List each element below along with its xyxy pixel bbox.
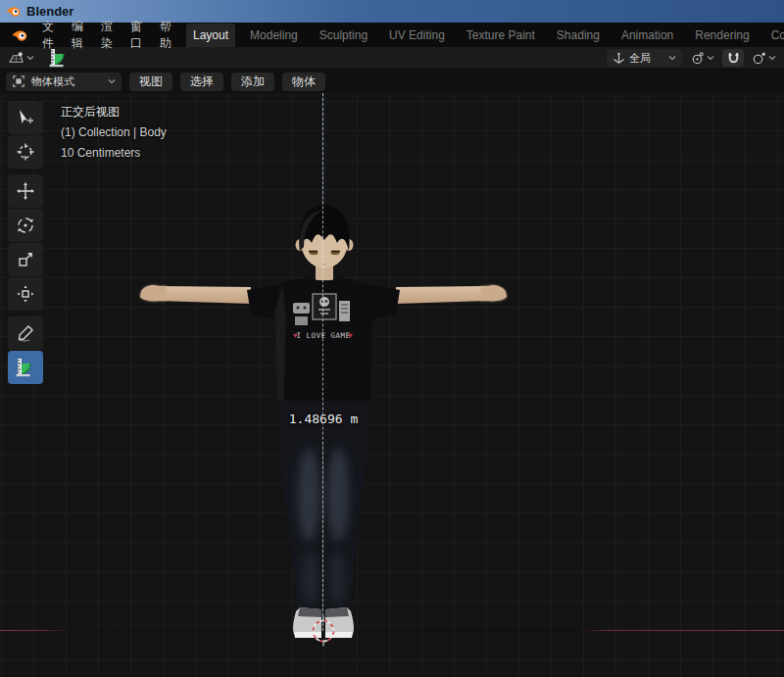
chevron-down-icon bbox=[707, 55, 714, 61]
view-name-label: 正交后视图 bbox=[61, 102, 167, 122]
tab-sculpting[interactable]: Sculpting bbox=[313, 24, 374, 47]
menu-render[interactable]: 渲染 bbox=[92, 15, 122, 56]
blender-menu-icon[interactable] bbox=[6, 27, 33, 43]
tab-animation[interactable]: Animation bbox=[614, 24, 680, 47]
measure-ruler-line[interactable] bbox=[322, 93, 323, 631]
tab-rendering[interactable]: Rendering bbox=[688, 24, 756, 47]
measure-tool-button[interactable] bbox=[8, 351, 43, 384]
move-tool-button[interactable] bbox=[8, 174, 43, 208]
character-pants bbox=[278, 401, 368, 607]
select-box-icon bbox=[16, 108, 35, 127]
snap-toggle[interactable] bbox=[722, 49, 744, 67]
menu-window[interactable]: 窗口 bbox=[122, 15, 151, 56]
blender-logo-icon bbox=[6, 4, 21, 19]
tab-layout[interactable]: Layout bbox=[186, 24, 235, 47]
rotate-icon bbox=[16, 216, 35, 235]
mode-dropdown[interactable]: 物体模式 bbox=[6, 73, 122, 91]
object-mode-icon bbox=[12, 74, 25, 88]
tab-uv-editing[interactable]: UV Editing bbox=[382, 24, 452, 47]
chevron-down-icon bbox=[668, 55, 676, 61]
shirt-heart-right: ♥ bbox=[348, 331, 353, 340]
top-menubar: 文件 编辑 渲染 窗口 帮助 Layout Modeling Sculpting… bbox=[0, 23, 784, 47]
character-model[interactable]: ♥ I LOVE GAME ♥ bbox=[127, 196, 519, 656]
tab-compositing[interactable]: Compositing bbox=[764, 24, 784, 47]
orientation-axes-icon bbox=[612, 52, 625, 65]
move-icon bbox=[16, 181, 35, 201]
mode-label: 物体模式 bbox=[31, 74, 102, 89]
transform-tool-button[interactable] bbox=[8, 277, 43, 311]
shirt-text: I LOVE GAME bbox=[296, 331, 350, 340]
collection-object-label: (1) Collection | Body bbox=[61, 122, 167, 143]
annotate-tool-button[interactable] bbox=[8, 316, 43, 350]
viewport-3d[interactable]: ♥ I LOVE GAME ♥ bbox=[0, 93, 784, 677]
tab-modeling[interactable]: Modeling bbox=[243, 24, 305, 47]
menu-help[interactable]: 帮助 bbox=[151, 15, 180, 56]
rotate-tool-button[interactable] bbox=[8, 209, 43, 242]
annotate-pen-icon bbox=[16, 323, 35, 343]
snap-magnet-icon bbox=[727, 51, 740, 65]
blender-window: Blender 文件 编辑 渲染 窗口 帮助 Layout Modeling S… bbox=[0, 0, 784, 677]
measure-tool-icon bbox=[15, 358, 36, 377]
viewport-header: 物体模式 视图 选择 添加 物体 bbox=[0, 70, 784, 93]
scale-icon bbox=[16, 250, 35, 269]
grid-scale-label: 10 Centimeters bbox=[61, 143, 167, 164]
menu-add[interactable]: 添加 bbox=[231, 73, 274, 91]
workspace-tabs: Layout Modeling Sculpting UV Editing Tex… bbox=[186, 23, 784, 47]
active-tool-measure-icon[interactable] bbox=[48, 48, 70, 68]
viewport-overlay-text: 正交后视图 (1) Collection | Body 10 Centimete… bbox=[61, 102, 167, 164]
transform-orientation-dropdown[interactable]: 全局 bbox=[607, 49, 682, 67]
3d-cursor bbox=[306, 613, 341, 649]
orientation-label: 全局 bbox=[629, 51, 651, 66]
character-head bbox=[296, 205, 354, 268]
cursor-icon bbox=[16, 142, 35, 162]
chevron-down-icon bbox=[768, 55, 776, 61]
measure-value: 1.48696 m bbox=[259, 411, 388, 426]
menu-select[interactable]: 选择 bbox=[180, 73, 223, 91]
viewport-toolbar bbox=[8, 101, 43, 385]
transform-icon bbox=[16, 284, 35, 304]
editor-type-dropdown[interactable] bbox=[8, 51, 34, 66]
chevron-down-icon bbox=[26, 55, 34, 61]
tab-shading[interactable]: Shading bbox=[550, 24, 607, 47]
select-box-tool-button[interactable] bbox=[8, 101, 43, 134]
tab-texture-paint[interactable]: Texture Paint bbox=[460, 24, 542, 47]
3d-viewport-editor-icon bbox=[8, 51, 24, 66]
scale-tool-button[interactable] bbox=[8, 243, 43, 276]
pivot-point-dropdown[interactable] bbox=[690, 51, 714, 66]
menu-view[interactable]: 视图 bbox=[129, 73, 172, 91]
cursor-tool-button[interactable] bbox=[8, 135, 43, 169]
proportional-editing-dropdown[interactable] bbox=[752, 51, 776, 66]
pivot-point-icon bbox=[690, 51, 705, 66]
chevron-down-icon bbox=[108, 78, 116, 84]
menu-object[interactable]: 物体 bbox=[282, 73, 325, 91]
proportional-editing-icon bbox=[752, 51, 766, 66]
